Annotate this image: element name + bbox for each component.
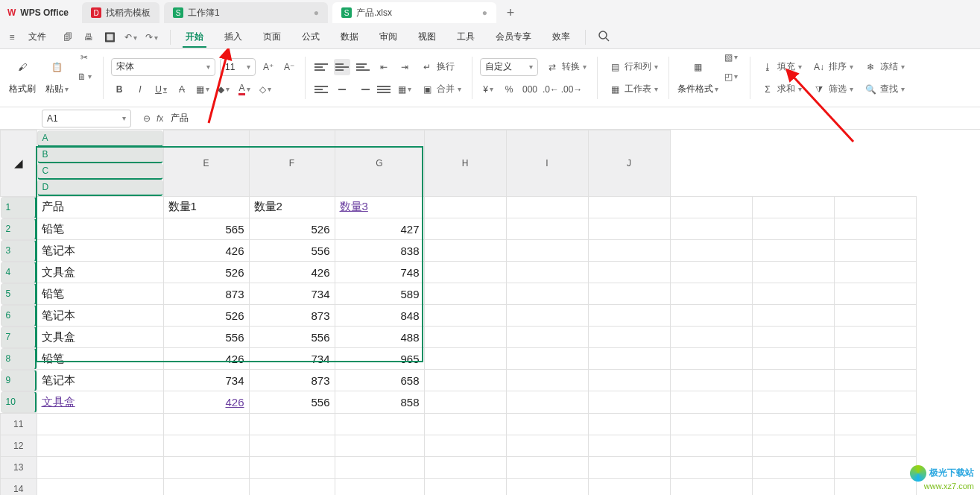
worksheet-button[interactable]: ▦工作表▾ (605, 81, 661, 98)
cell[interactable]: 426 (163, 240, 249, 262)
cell[interactable] (588, 327, 670, 348)
cell[interactable] (752, 370, 834, 391)
cell[interactable] (588, 196, 670, 218)
border-button[interactable]: ▦▾ (195, 81, 211, 98)
cell[interactable]: 笔记本 (37, 370, 163, 391)
search-icon[interactable] (598, 30, 610, 44)
tab-tools[interactable]: 工具 (446, 26, 485, 48)
cell[interactable] (588, 218, 670, 240)
cell[interactable]: 铅笔 (37, 348, 163, 370)
cell[interactable]: 838 (335, 240, 424, 262)
cell[interactable] (506, 305, 588, 327)
cell[interactable]: 产品 (37, 196, 163, 218)
clear-format-button[interactable]: ◇▾ (257, 81, 274, 98)
hyperlink-cell[interactable]: 数量3 (340, 200, 368, 212)
cell[interactable] (588, 240, 670, 262)
cell[interactable]: 426 (163, 391, 249, 414)
cell[interactable] (588, 262, 670, 283)
cell[interactable] (424, 283, 506, 305)
cell[interactable] (588, 283, 670, 305)
cell[interactable] (506, 262, 588, 283)
font-size-select[interactable]: 11▾ (220, 58, 256, 76)
cell[interactable]: 848 (335, 305, 424, 327)
cell[interactable] (424, 305, 506, 327)
cell[interactable]: 数量2 (249, 196, 335, 218)
cell[interactable] (752, 478, 834, 495)
cell[interactable]: 734 (249, 348, 335, 370)
new-tab-button[interactable]: + (501, 3, 520, 22)
undo-icon[interactable]: ↶▾ (124, 32, 137, 42)
convert-button[interactable]: ⇄转换▾ (543, 58, 589, 76)
cell[interactable] (506, 435, 588, 456)
cell[interactable] (834, 283, 916, 305)
tab-view[interactable]: 视图 (408, 26, 446, 48)
row-header[interactable]: 3 (1, 240, 37, 262)
cell[interactable] (670, 327, 752, 348)
cell[interactable]: 565 (163, 218, 249, 240)
cell[interactable]: 589 (335, 283, 424, 305)
cancel-formula-icon[interactable]: ⊖ (143, 113, 151, 124)
cell[interactable] (752, 283, 834, 305)
cell[interactable] (37, 478, 163, 495)
cell[interactable] (752, 456, 834, 478)
cell[interactable] (424, 456, 506, 478)
cell[interactable] (163, 456, 249, 478)
row-header[interactable]: 1 (1, 197, 37, 218)
cell[interactable] (424, 435, 506, 456)
cell[interactable]: 426 (249, 262, 335, 283)
cell[interactable] (670, 348, 752, 370)
row-header[interactable]: 11 (1, 413, 37, 435)
fill-color-button[interactable]: ◆▾ (215, 81, 232, 98)
cell[interactable] (752, 348, 834, 370)
cell[interactable] (670, 196, 752, 218)
name-box[interactable]: A1 ▾ (42, 110, 131, 127)
col-header-I[interactable]: I (506, 130, 588, 197)
col-header-H[interactable]: H (424, 130, 506, 197)
underline-button[interactable]: U▾ (153, 81, 169, 98)
cell[interactable] (506, 370, 588, 391)
cell[interactable] (249, 456, 335, 478)
cell[interactable] (670, 283, 752, 305)
col-header-A[interactable]: A (37, 130, 163, 147)
col-header-E[interactable]: E (163, 130, 249, 197)
col-header-C[interactable]: C (37, 163, 163, 180)
select-all-corner[interactable]: ◢ (1, 130, 37, 197)
spreadsheet-grid[interactable]: ◢ A B C D E F G H I J 1 产品 数量1 数量2 数量3 2… (0, 130, 980, 495)
align-right-icon[interactable] (355, 81, 371, 98)
cell[interactable] (834, 348, 916, 370)
cell[interactable]: 556 (249, 391, 335, 414)
tab-data[interactable]: 数据 (330, 26, 369, 48)
doc-tab-product[interactable]: S 产品.xlsx ● (332, 2, 496, 23)
cell[interactable]: 文具盒 (37, 262, 163, 283)
cell[interactable] (834, 435, 916, 456)
cell[interactable] (752, 391, 834, 414)
cell[interactable] (834, 218, 916, 240)
cell[interactable]: 数量1 (163, 196, 249, 218)
cell[interactable] (249, 478, 335, 495)
row-header[interactable]: 9 (1, 370, 37, 391)
cell[interactable] (506, 327, 588, 348)
cell[interactable] (834, 196, 916, 218)
cell[interactable] (424, 413, 506, 435)
cell[interactable] (37, 413, 163, 435)
align-middle-icon[interactable] (334, 59, 350, 75)
tab-formula[interactable]: 公式 (291, 26, 330, 48)
tab-review[interactable]: 审阅 (369, 26, 408, 48)
cell[interactable] (670, 456, 752, 478)
orientation-icon[interactable]: ▦▾ (396, 81, 413, 98)
wrap-text-button[interactable]: ↵换行 (417, 58, 458, 76)
cell[interactable]: 427 (335, 218, 424, 240)
cell[interactable] (752, 435, 834, 456)
row-header[interactable]: 4 (1, 262, 37, 283)
cell[interactable] (834, 327, 916, 348)
cell[interactable] (752, 218, 834, 240)
cell[interactable] (506, 478, 588, 495)
cell[interactable]: 426 (163, 348, 249, 370)
cell[interactable] (588, 413, 670, 435)
cell[interactable] (163, 435, 249, 456)
cell[interactable] (424, 218, 506, 240)
tab-member[interactable]: 会员专享 (485, 26, 542, 48)
print-icon[interactable]: 🖶 (82, 32, 95, 42)
cell[interactable] (163, 478, 249, 495)
cell[interactable]: 数量3 (335, 196, 424, 218)
